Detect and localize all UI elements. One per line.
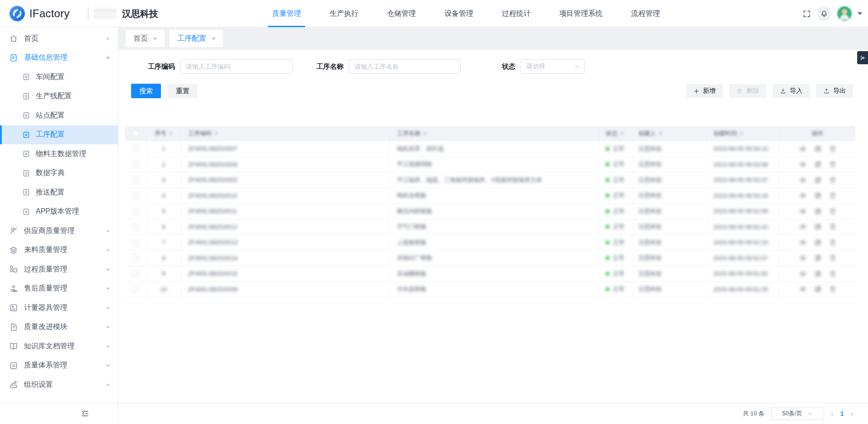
view-icon[interactable]	[799, 176, 807, 184]
edit-icon[interactable]	[814, 254, 821, 262]
reset-button[interactable]: 重置	[168, 84, 198, 98]
sidebar-item-quality-improvement[interactable]: 质量改进模块	[0, 318, 118, 337]
sidebar-collapse-icon[interactable]	[80, 409, 90, 418]
view-icon[interactable]	[799, 208, 807, 215]
close-icon[interactable]: ×	[212, 35, 215, 42]
tab-process-config[interactable]: 工序配置 ×	[170, 30, 223, 47]
prev-page-icon[interactable]: ‹	[831, 410, 834, 418]
view-icon[interactable]	[799, 239, 807, 246]
select-all-checkbox[interactable]	[132, 130, 139, 137]
avatar[interactable]	[837, 6, 852, 21]
panel-collapse-handle[interactable]	[857, 51, 868, 64]
nav-equipment-management[interactable]: 设备管理	[440, 0, 477, 27]
row-checkbox[interactable]	[132, 239, 139, 246]
row-checkbox[interactable]	[132, 255, 139, 261]
sidebar-item-quality-system[interactable]: 质量体系管理	[0, 356, 118, 376]
sort-icon[interactable]	[740, 131, 743, 136]
row-checkbox[interactable]	[132, 177, 139, 183]
sidebar-item-organization-settings[interactable]: 组织设置	[0, 375, 118, 395]
delete-button[interactable]: 删除	[729, 84, 766, 98]
view-icon[interactable]	[799, 270, 807, 277]
sidebar-item-app-version[interactable]: APP版本管理	[0, 202, 118, 222]
nav-production-execution[interactable]: 生产执行	[326, 0, 363, 27]
view-icon[interactable]	[799, 161, 807, 168]
nav-process-statistics[interactable]: 过程统计	[498, 0, 535, 27]
table-row[interactable]: 4 ZF400LSBZG0010 电机盒检验 正常 汉思科技 2023-08-0…	[125, 188, 855, 204]
sidebar-item-measuring-instruments[interactable]: 计量器具管理	[0, 298, 118, 318]
edit-icon[interactable]	[814, 239, 821, 246]
table-row[interactable]: 6 ZF400LSBZG0012 节气门检验 正常 汉思科技 2023-08-0…	[125, 219, 855, 235]
nav-quality-management[interactable]: 质量管理	[268, 0, 305, 27]
row-checkbox[interactable]	[132, 161, 139, 167]
export-button[interactable]: 导出	[816, 84, 853, 98]
row-checkbox[interactable]	[132, 192, 139, 199]
edit-icon[interactable]	[814, 208, 821, 215]
view-icon[interactable]	[799, 254, 807, 262]
add-button[interactable]: 新增	[686, 84, 723, 98]
table-row[interactable]: 8 ZF400LSBZG0014 后轴出厂检验 正常 汉思科技 2023-08-…	[125, 251, 855, 267]
sidebar-item-home[interactable]: 首页	[0, 29, 118, 48]
sidebar-item-production-line-config[interactable]: 生产线配置	[0, 87, 118, 106]
process-name-input[interactable]	[349, 59, 461, 74]
edit-icon[interactable]	[814, 176, 821, 184]
row-checkbox[interactable]	[132, 146, 139, 152]
table-row[interactable]: 7 ZF400LSBZG0013 上盖板检验 正常 汉思科技 2023-08-0…	[125, 235, 855, 251]
sidebar-item-supplier-quality[interactable]: 供应商质量管理	[0, 221, 118, 241]
table-row[interactable]: 10 ZF400LSBZG0009 方向盘检验 正常 汉思科技 2023-08-…	[125, 282, 855, 298]
bell-icon[interactable]	[817, 6, 831, 21]
delete-icon[interactable]	[829, 161, 836, 168]
table-row[interactable]: 5 ZF400LSBZG0011 耐压内部检验 正常 汉思科技 2023-08-…	[125, 204, 855, 219]
sidebar-item-data-dictionary[interactable]: 数据字典	[0, 164, 118, 183]
process-code-input[interactable]	[180, 59, 293, 74]
edit-icon[interactable]	[814, 192, 821, 199]
sidebar-item-knowledge-base[interactable]: 知识库文档管理	[0, 337, 118, 356]
table-row[interactable]: 3 ZF400LSBZG0002 平工轴承、端盖、三角板焊接轴承、V型板焊接轴承…	[125, 172, 855, 188]
next-page-icon[interactable]: ›	[850, 410, 853, 418]
edit-icon[interactable]	[814, 223, 821, 230]
sidebar-item-aftersales-quality[interactable]: 售后质量管理	[0, 279, 118, 299]
current-page[interactable]: 1	[840, 410, 844, 417]
import-button[interactable]: 导入	[773, 84, 810, 98]
edit-icon[interactable]	[814, 270, 821, 277]
view-icon[interactable]	[799, 192, 807, 199]
row-checkbox[interactable]	[132, 271, 139, 277]
nav-workflow-management[interactable]: 流程管理	[627, 0, 664, 27]
edit-icon[interactable]	[814, 145, 821, 152]
delete-icon[interactable]	[829, 239, 836, 246]
sort-icon[interactable]	[214, 131, 218, 136]
view-icon[interactable]	[799, 286, 807, 293]
sidebar-item-station-config[interactable]: 站点配置	[0, 106, 118, 125]
view-icon[interactable]	[799, 223, 807, 230]
delete-icon[interactable]	[829, 208, 836, 215]
edit-icon[interactable]	[814, 161, 821, 168]
sidebar-item-workshop-config[interactable]: 车间配置	[0, 67, 118, 87]
fullscreen-icon[interactable]	[802, 10, 811, 18]
sidebar-item-process-quality[interactable]: 过程质量管理	[0, 260, 118, 279]
sort-icon[interactable]	[169, 131, 173, 136]
sidebar-item-basic-info[interactable]: 基础信息管理	[0, 48, 118, 68]
sidebar-item-process-config[interactable]: 工序配置	[0, 125, 118, 145]
delete-icon[interactable]	[829, 192, 836, 199]
delete-icon[interactable]	[829, 223, 836, 230]
delete-icon[interactable]	[829, 270, 836, 277]
tab-home[interactable]: 首页 ×	[126, 30, 165, 47]
row-checkbox[interactable]	[132, 224, 139, 230]
view-icon[interactable]	[799, 145, 807, 152]
table-row[interactable]: 9 ZF400LSBZG0015 后油嘴检验 正常 汉思科技 2023-08-0…	[125, 266, 855, 282]
delete-icon[interactable]	[829, 176, 836, 184]
status-select[interactable]: 请选择	[520, 59, 585, 74]
sidebar-item-material-master-data[interactable]: 物料主数据管理	[0, 144, 118, 164]
sidebar-item-incoming-quality[interactable]: 来料质量管理	[0, 241, 118, 260]
delete-icon[interactable]	[829, 145, 836, 152]
sidebar-item-push-config[interactable]: 推送配置	[0, 183, 118, 202]
row-checkbox[interactable]	[132, 286, 139, 292]
edit-icon[interactable]	[814, 286, 821, 293]
table-row[interactable]: 1 ZF400LSBZG0007 电机风罩、风叶盘 正常 汉思科技 2023-0…	[125, 141, 855, 157]
nav-warehouse-management[interactable]: 仓储管理	[383, 0, 420, 27]
table-row[interactable]: 2 ZF400LSBZG0008 平工型缠绕检 正常 汉思科技 2023-08-…	[125, 157, 855, 173]
caret-down-icon[interactable]	[858, 12, 862, 15]
row-checkbox[interactable]	[132, 208, 139, 214]
page-size-select[interactable]: 50条/页	[771, 407, 824, 420]
search-button[interactable]: 搜索	[131, 84, 161, 98]
close-icon[interactable]: ×	[153, 35, 157, 42]
